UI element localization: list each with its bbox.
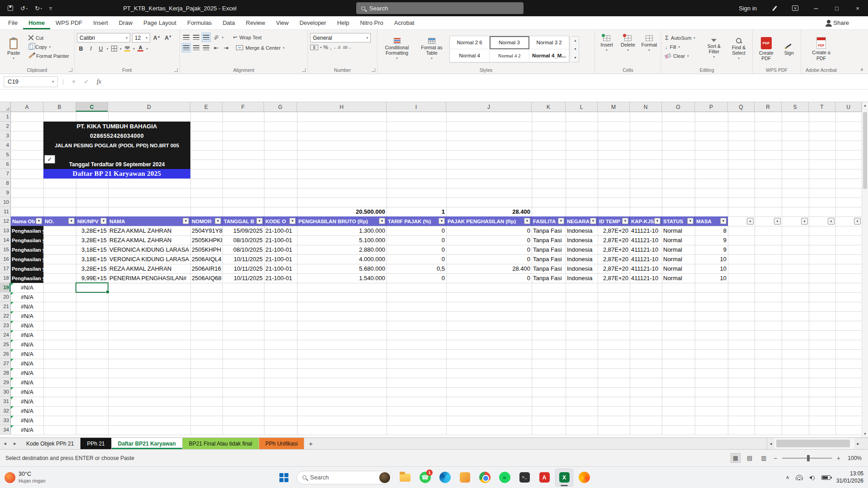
delete-cells-button[interactable]: Delete▾ [618,32,637,66]
vertical-scrollbar-thumb[interactable] [863,112,867,189]
row-header-26[interactable]: 26 [0,349,11,359]
browser-button[interactable] [575,469,593,487]
cell-H14[interactable]: 5.100.000 [297,235,387,245]
office-app-button[interactable] [456,469,474,487]
scroll-up-icon[interactable]: ▲ [862,103,868,108]
cell-F17[interactable]: 10/11/2025 [222,264,264,273]
start-button[interactable] [275,469,293,487]
cell-A28[interactable]: #N/A [11,368,43,378]
row-header-21[interactable]: 21 [0,302,11,311]
name-box-splitter[interactable]: ⋮ [61,79,66,85]
cell-K14[interactable]: Tanpa Fasi [532,235,566,245]
column-header-R[interactable]: R [755,102,782,112]
cell-E13[interactable]: 2504Y91Y8 [190,226,222,235]
filter-header-O[interactable]: STATUS▾ [662,216,695,226]
cell-E15[interactable]: 2505KHPH [190,245,222,254]
cell-style-item[interactable]: Normal 4_M... [529,49,569,62]
align-center-button[interactable] [192,43,200,52]
horizontal-scrollbar[interactable]: ◂ ▸ [767,438,862,449]
filter-header-L[interactable]: NEGARA▾ [566,216,598,226]
wps-create-pdf-button[interactable]: PDF Create PDF [755,32,777,66]
italic-button[interactable]: I [87,44,95,53]
cell-I17[interactable]: 0,5 [387,264,446,273]
column-header-Q[interactable]: Q [728,102,755,112]
cell-A32[interactable]: #N/A [11,406,43,416]
format-cells-button[interactable]: Format▾ [640,32,659,66]
filter-button-E[interactable]: ▾ [215,218,221,224]
cell-J18[interactable]: 0 [446,273,532,283]
cell-L13[interactable]: Indonesia [566,226,598,235]
wrap-text-button[interactable]: ↩Wrap Text [231,33,263,42]
decrease-indent-button[interactable]: ⇤ [212,43,220,52]
tab-draw[interactable]: Draw [113,16,138,29]
merge-center-button[interactable]: Merge & Center▾ [235,43,286,52]
weather-widget[interactable]: 30°C Hujan ringan [5,467,46,488]
tab-acrobat[interactable]: Acrobat [389,16,420,29]
filter-header-P[interactable]: MASA▾ [695,216,728,226]
undo-button[interactable]: ↺▾ [17,2,31,14]
pen-mode-button[interactable] [764,0,785,16]
cell-P15[interactable]: 9 [695,245,728,254]
cell-D14[interactable]: REZA AKMAL ZAHRAN [108,235,190,245]
row-header-28[interactable]: 28 [0,368,11,378]
row-header-27[interactable]: 27 [0,359,11,368]
cell-L18[interactable]: Indonesia [566,273,598,283]
share-button[interactable]: Share [827,16,849,29]
taskbar-search[interactable]: Search [297,471,392,484]
filter-header-J[interactable]: PAJAK PENGHASILAN (Rp)▾ [446,216,532,226]
cell-C13[interactable]: 3,28E+15 [76,226,108,235]
cell-A24[interactable]: #N/A [11,330,43,340]
fill-color-button[interactable] [123,44,132,53]
undo-dropdown-icon[interactable]: ▾ [26,7,28,10]
column-header-A[interactable]: A [11,102,43,112]
column-header-S[interactable]: S [782,102,809,112]
font-family-select[interactable]: Calibri▾ [77,33,130,42]
file-explorer-button[interactable] [396,469,414,487]
selected-cell-outline[interactable] [75,282,108,293]
filter-button-M[interactable]: ▾ [622,218,628,224]
clear-button[interactable]: Clear▾ [664,52,701,60]
cell-H11[interactable]: 20.500.000 [297,207,387,216]
cell-A19[interactable]: #N/A [11,283,43,292]
filter-header-G[interactable]: KODE O▾ [264,216,297,226]
cell-I15[interactable]: 0 [387,245,446,254]
gallery-more-icon[interactable]: ▼ [572,53,579,62]
new-sheet-button[interactable]: + [304,438,317,449]
cell-C15[interactable]: 3,18E+15 [76,245,108,254]
sheet-tab-daftar-bp21-karyawan[interactable]: Daftar BP21 Karyawan [112,438,183,449]
page-layout-view-button[interactable]: ▤ [745,454,754,462]
taskbar-clock[interactable]: 13:05 31/01/2026 [836,470,863,484]
cell-G14[interactable]: 21-100-01 [264,235,297,245]
insert-function-button[interactable]: fx [94,78,104,85]
cell-F16[interactable]: 10/11/2025 [222,254,264,264]
column-header-G[interactable]: G [264,102,297,112]
accounting-format-icon[interactable]: $ [310,45,318,50]
cell-N13[interactable]: 411121-10 [630,226,662,235]
filter-header-K[interactable]: FASILITA▾ [532,216,566,226]
adobe-button[interactable]: A [535,469,553,487]
top-align-button[interactable] [182,33,190,42]
cell-style-item[interactable]: Normal 2 6 [450,36,490,49]
row-header-16[interactable]: 16 [0,254,11,264]
cell-P17[interactable]: 10 [695,264,728,273]
comma-style-icon[interactable]: , [330,44,331,51]
cell-D15[interactable]: VERONICA KIDUNG LARASA [108,245,190,254]
cell-A33[interactable]: #N/A [11,416,43,425]
cell-N17[interactable]: 411121-10 [630,264,662,273]
cell-A34[interactable]: #N/A [11,425,43,435]
cell-style-item-selected[interactable]: Normal 3 [490,36,529,49]
formula-input[interactable] [107,76,868,87]
filter-header-M[interactable]: ID TEMP▾ [598,216,630,226]
filter-button-T[interactable]: ▾ [828,218,835,225]
bold-button[interactable]: B [77,44,85,53]
cell-M14[interactable]: 2,87E+20 [598,235,630,245]
row-header-17[interactable]: 17 [0,264,11,273]
decrease-decimal-icon[interactable]: .00→ [342,45,351,50]
tab-page-layout[interactable]: Page Layout [138,16,182,29]
row-header-9[interactable]: 9 [0,188,11,197]
cell-E16[interactable]: 2506AIQL4 [190,254,222,264]
filter-header-E[interactable]: NOMOR▾ [190,216,222,226]
borders-button[interactable] [110,44,118,53]
row-header-3[interactable]: 3 [0,131,11,141]
filter-header-H[interactable]: PENGHASILAN BRUTO (Rp)▾ [297,216,387,226]
